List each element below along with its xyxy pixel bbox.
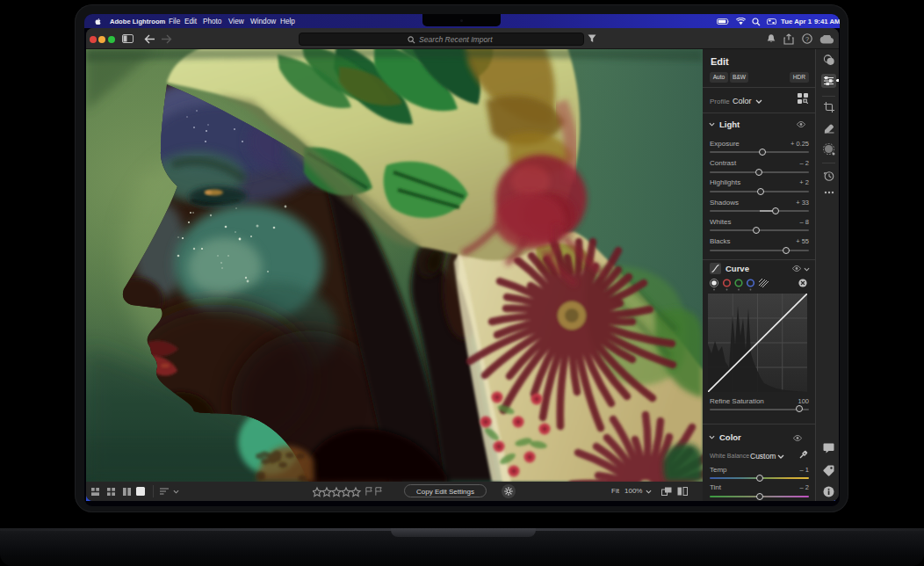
- svg-text:?: ?: [805, 35, 809, 43]
